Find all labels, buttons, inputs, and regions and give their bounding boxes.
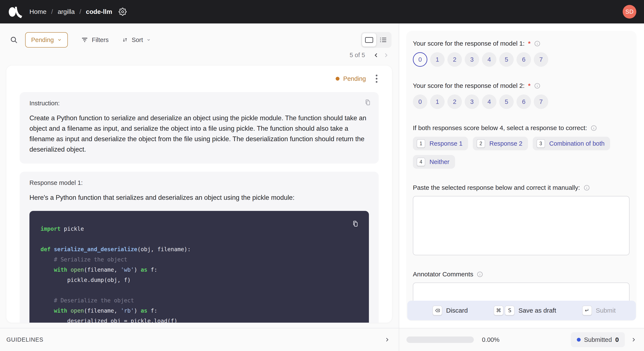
- argilla-logo-icon: [8, 5, 23, 18]
- submitted-counter[interactable]: Submitted 0: [571, 332, 625, 347]
- info-icon[interactable]: [534, 40, 540, 47]
- question-label-q5: Annotator Comments: [413, 270, 630, 278]
- bottom-bar: GUIDELINES 0.00% Submitted 0: [0, 328, 644, 351]
- progress-percent: 0.00%: [482, 336, 500, 343]
- submit-button[interactable]: ↵ Submit: [582, 306, 616, 316]
- choice-option[interactable]: 2Response 2: [473, 137, 528, 150]
- info-icon[interactable]: [534, 82, 540, 89]
- code-line: # Serialize the object: [40, 254, 358, 265]
- rating-option-1[interactable]: 1: [430, 94, 444, 109]
- rating-scale-model-1: 01234567: [413, 52, 630, 67]
- rating-option-5[interactable]: 5: [499, 94, 514, 109]
- shortcut-key-badge: 1: [417, 139, 425, 148]
- choice-label: Response 2: [490, 140, 522, 147]
- rating-option-0[interactable]: 0: [413, 94, 427, 109]
- code-line: def serialize_and_deserialize(obj, filen…: [40, 244, 358, 254]
- save-draft-label: Save as draft: [518, 307, 556, 314]
- rating-option-3[interactable]: 3: [465, 52, 479, 67]
- search-button[interactable]: [10, 36, 18, 44]
- question-label-q4: Paste the selected response below and co…: [413, 184, 630, 191]
- user-avatar[interactable]: SD: [623, 5, 636, 18]
- rating-option-2[interactable]: 2: [448, 52, 462, 67]
- info-icon[interactable]: [476, 271, 483, 278]
- chevron-left-icon: [373, 52, 380, 59]
- sort-label: Sort: [132, 36, 143, 44]
- choice-option[interactable]: 1Response 1: [413, 137, 468, 150]
- gear-icon: [118, 8, 127, 16]
- previous-record-button[interactable]: [373, 52, 380, 59]
- code-line: pickle.dump(obj, f): [40, 275, 358, 285]
- breadcrumb-separator: /: [51, 8, 53, 15]
- save-draft-button[interactable]: ⌘ S Save as draft: [494, 306, 556, 316]
- command-key-icon: ⌘: [494, 306, 504, 316]
- rating-option-4[interactable]: 4: [482, 94, 496, 109]
- code-line: deserialized_obj = pickle.load(f): [40, 316, 358, 323]
- pagination-label: 5 of 5: [350, 52, 365, 59]
- rating-option-2[interactable]: 2: [448, 94, 462, 109]
- breadcrumb-workspace[interactable]: argilla: [58, 8, 75, 15]
- info-icon[interactable]: [590, 125, 597, 131]
- rating-option-5[interactable]: 5: [499, 52, 514, 67]
- submitted-label: Submitted: [584, 336, 612, 343]
- chevron-right-icon: [384, 336, 390, 343]
- status-filter-dropdown[interactable]: Pending: [25, 32, 68, 48]
- backspace-key-icon: [432, 306, 442, 316]
- record-status-row: Pending: [20, 73, 379, 84]
- rating-option-6[interactable]: 6: [516, 52, 531, 67]
- copy-button[interactable]: [364, 99, 371, 106]
- code-line: with open(filename, 'rb') as f:: [40, 306, 358, 316]
- choice-option[interactable]: 3Combination of both: [533, 137, 610, 150]
- breadcrumb-separator: /: [79, 8, 81, 15]
- breadcrumb-home[interactable]: Home: [30, 8, 46, 15]
- search-icon: [10, 36, 18, 44]
- info-icon[interactable]: [584, 184, 590, 191]
- copy-icon: [352, 220, 359, 227]
- code-line: import pickle: [40, 224, 358, 234]
- rating-option-4[interactable]: 4: [482, 52, 496, 67]
- breadcrumb-dataset[interactable]: code-llm: [86, 8, 112, 15]
- shortcut-key-badge: 2: [476, 139, 485, 148]
- question-label-q3: If both responses score below 4, select …: [413, 124, 630, 132]
- progress-bar-area: 0.00% Submitted 0: [399, 328, 644, 351]
- filters-button[interactable]: Filters: [81, 36, 108, 44]
- record-panel: Pending Filters Sort: [0, 24, 399, 328]
- choice-option[interactable]: 4Neither: [413, 155, 455, 169]
- field-title: Response model 1:: [30, 179, 369, 186]
- question-label-q1: Your score for the response of model 1: …: [413, 40, 630, 47]
- expand-metrics-button[interactable]: [630, 336, 637, 343]
- sort-button[interactable]: Sort: [122, 36, 150, 44]
- response-field: Response model 1: Here's a Python functi…: [20, 172, 379, 323]
- record-toolbar: Pending Filters Sort: [0, 24, 399, 48]
- guidelines-label: GUIDELINES: [6, 336, 44, 343]
- card-view-button[interactable]: [362, 33, 376, 46]
- rating-option-0[interactable]: 0: [413, 52, 427, 67]
- top-nav: Home / argilla / code-llm SD: [0, 0, 644, 24]
- pagination: 5 of 5: [0, 48, 399, 59]
- record-status-badge: Pending: [343, 75, 366, 82]
- discard-label: Discard: [446, 307, 468, 314]
- chevron-down-icon: [146, 38, 151, 42]
- choice-label: Response 1: [430, 140, 462, 147]
- next-record-button[interactable]: [382, 52, 390, 59]
- sort-icon: [122, 37, 128, 43]
- rating-option-7[interactable]: 7: [534, 94, 548, 109]
- list-view-button[interactable]: [376, 33, 390, 46]
- filters-label: Filters: [92, 36, 108, 44]
- question-text: Paste the selected response below and co…: [413, 184, 580, 191]
- status-filter-label: Pending: [31, 36, 54, 44]
- question-text: Your score for the response of model 1:: [413, 40, 524, 47]
- rating-option-7[interactable]: 7: [534, 52, 548, 67]
- response-to-correct-options: 1Response 12Response 23Combination of bo…: [413, 137, 618, 169]
- record-menu-button[interactable]: [374, 73, 379, 84]
- rating-option-3[interactable]: 3: [465, 94, 479, 109]
- main-content: Pending Filters Sort: [0, 24, 644, 328]
- discard-button[interactable]: Discard: [432, 306, 468, 316]
- annotation-panel: Your score for the response of model 1: …: [399, 24, 644, 328]
- corrected-response-textarea[interactable]: [413, 196, 630, 255]
- rating-option-1[interactable]: 1: [430, 52, 444, 67]
- code-copy-button[interactable]: [352, 220, 359, 227]
- rating-option-6[interactable]: 6: [516, 94, 531, 109]
- dataset-settings-button[interactable]: [118, 8, 127, 16]
- guidelines-bar[interactable]: GUIDELINES: [0, 328, 399, 351]
- code-line: # Deserialize the object: [40, 295, 358, 306]
